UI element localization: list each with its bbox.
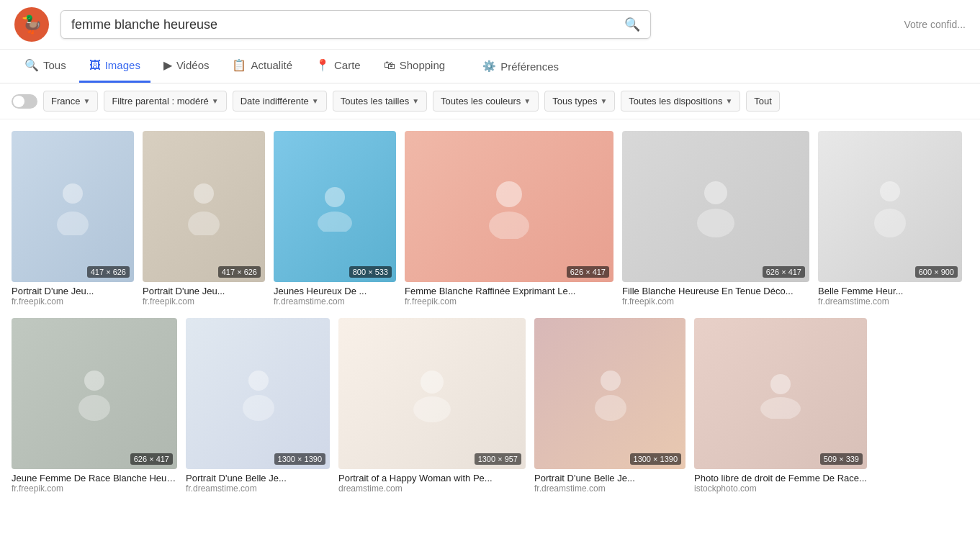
person-silhouette-icon — [587, 365, 634, 422]
person-silhouette-icon — [477, 174, 541, 239]
videos-nav-icon: ▶ — [163, 58, 172, 72]
tab-actualite[interactable]: 📋 Actualité — [222, 50, 302, 83]
image-source: fr.freepik.com — [12, 483, 177, 494]
list-item[interactable]: 417 × 626 Portrait D'une Jeu... fr.freep… — [12, 131, 134, 306]
tab-videos[interactable]: ▶ Vidéos — [153, 50, 220, 83]
image-source: fr.dreamstime.com — [534, 483, 685, 494]
person-silhouette-icon — [687, 174, 745, 239]
svg-point-5 — [318, 212, 352, 232]
svg-point-11 — [874, 209, 906, 237]
list-item[interactable]: 626 × 417 Jeune Femme De Race Blanche He… — [12, 318, 177, 494]
parental-filter[interactable]: Filtre parental : modéré ▼ — [104, 91, 226, 112]
tab-tous[interactable]: 🔍 Tous — [14, 50, 76, 83]
region-chevron-icon: ▼ — [83, 97, 90, 105]
image-title: Jeune Femme De Race Blanche Heure... — [12, 473, 177, 483]
list-item[interactable]: 1300 × 957 Portrait of a Happy Woman wit… — [338, 318, 526, 494]
image-dimensions: 1300 × 1390 — [630, 453, 681, 465]
svg-point-0 — [63, 183, 83, 204]
search-icon[interactable]: 🔍 — [624, 17, 640, 32]
image-thumb: 800 × 533 — [274, 131, 396, 282]
image-thumb: 509 × 339 — [694, 318, 867, 469]
toggle-switch[interactable] — [12, 94, 37, 109]
svg-point-16 — [421, 371, 444, 394]
disposition-filter[interactable]: Toutes les dispositions ▼ — [621, 91, 740, 112]
logo[interactable]: 🦆 — [14, 7, 49, 42]
image-title: Jeunes Heureux De ... — [274, 286, 396, 296]
image-thumb: 1300 × 957 — [338, 318, 526, 469]
image-thumb: 417 × 626 — [12, 131, 134, 282]
image-title: Portrait D'une Belle Je... — [534, 473, 685, 483]
region-toggle[interactable] — [12, 94, 37, 109]
svg-point-8 — [704, 181, 727, 204]
list-item[interactable]: 800 × 533 Jeunes Heureux De ... fr.dream… — [274, 131, 396, 306]
person-silhouette-icon — [752, 368, 809, 419]
tab-tous-label: Tous — [43, 59, 66, 71]
type-filter[interactable]: Tous types ▼ — [544, 91, 615, 112]
svg-point-4 — [325, 187, 345, 207]
image-source: fr.freepik.com — [143, 296, 265, 306]
tab-videos-label: Vidéos — [176, 59, 210, 71]
image-dimensions: 626 × 417 — [130, 453, 173, 465]
image-thumb: 626 × 417 — [405, 131, 613, 282]
person-silhouette-icon — [235, 365, 282, 422]
taille-label: Toutes les tailles — [341, 96, 409, 106]
parental-label: Filtre parental : modéré — [112, 96, 208, 106]
list-item[interactable]: 626 × 417 Femme Blanche Raffinée Exprima… — [405, 131, 613, 306]
image-title: Portrait D'une Jeu... — [143, 286, 265, 296]
list-item[interactable]: 600 × 900 Belle Femme Heur... fr.dreamst… — [818, 131, 962, 306]
image-title: Portrait D'une Jeu... — [12, 286, 134, 296]
tab-shopping-label: Shopping — [400, 59, 445, 71]
tout-filter[interactable]: Tout — [746, 91, 780, 112]
svg-point-12 — [84, 371, 104, 391]
image-source: fr.dreamstime.com — [186, 483, 330, 494]
svg-point-1 — [57, 212, 89, 235]
list-item[interactable]: 509 × 339 Photo libre de droit de Femme … — [694, 318, 867, 494]
tab-images[interactable]: 🖼 Images — [79, 50, 150, 83]
profile-text: Votre confid... — [904, 19, 966, 30]
svg-point-20 — [770, 374, 791, 394]
image-grid: 417 × 626 Portrait D'une Jeu... fr.freep… — [0, 119, 980, 505]
header: 🦆 🔍 Votre confid... — [0, 0, 980, 50]
list-item[interactable]: 417 × 626 Portrait D'une Jeu... fr.freep… — [143, 131, 265, 306]
person-silhouette-icon — [310, 181, 360, 232]
search-input[interactable] — [71, 17, 624, 32]
couleur-chevron-icon: ▼ — [523, 97, 531, 105]
type-label: Tous types — [552, 96, 597, 106]
preferences-tab[interactable]: ⚙️ Préférences — [472, 51, 569, 81]
image-source: fr.dreamstime.com — [274, 296, 396, 306]
image-thumb: 1300 × 1390 — [534, 318, 685, 469]
tab-shopping[interactable]: 🛍 Shopping — [374, 50, 455, 83]
svg-point-13 — [78, 395, 110, 421]
preferences-icon: ⚙️ — [482, 60, 496, 73]
date-filter[interactable]: Date indifférente ▼ — [233, 91, 327, 112]
image-dimensions: 626 × 417 — [567, 266, 609, 278]
svg-point-7 — [489, 212, 529, 239]
image-dimensions: 626 × 417 — [763, 266, 805, 278]
image-thumb: 626 × 417 — [622, 131, 809, 282]
image-source: istockphoto.com — [694, 483, 867, 494]
person-silhouette-icon — [69, 365, 120, 422]
image-source: fr.freepik.com — [12, 296, 134, 306]
list-item[interactable]: 1300 × 1390 Portrait D'une Belle Je... f… — [534, 318, 685, 494]
image-dimensions: 417 × 626 — [87, 266, 130, 278]
list-item[interactable]: 1300 × 1390 Portrait D'une Belle Je... f… — [186, 318, 330, 494]
couleur-filter[interactable]: Toutes les couleurs ▼ — [433, 91, 539, 112]
search-bar: 🔍 — [60, 10, 651, 39]
image-row-2: 626 × 417 Jeune Femme De Race Blanche He… — [12, 318, 968, 494]
taille-filter[interactable]: Toutes les tailles ▼ — [333, 91, 427, 112]
disposition-chevron-icon: ▼ — [725, 97, 732, 105]
duck-icon: 🦆 — [21, 14, 42, 35]
region-filter[interactable]: France ▼ — [43, 91, 98, 112]
carte-nav-icon: 📍 — [315, 58, 330, 72]
image-source: dreamstime.com — [338, 483, 526, 494]
person-silhouette-icon — [403, 365, 461, 422]
disposition-label: Toutes les dispositions — [629, 96, 722, 106]
tab-carte[interactable]: 📍 Carte — [305, 50, 371, 83]
list-item[interactable]: 626 × 417 Fille Blanche Heureuse En Tenu… — [622, 131, 809, 306]
svg-point-21 — [760, 397, 801, 419]
tab-images-label: Images — [105, 59, 140, 71]
image-thumb: 417 × 626 — [143, 131, 265, 282]
person-silhouette-icon — [51, 178, 94, 235]
images-nav-icon: 🖼 — [89, 59, 101, 72]
svg-point-6 — [496, 181, 522, 207]
